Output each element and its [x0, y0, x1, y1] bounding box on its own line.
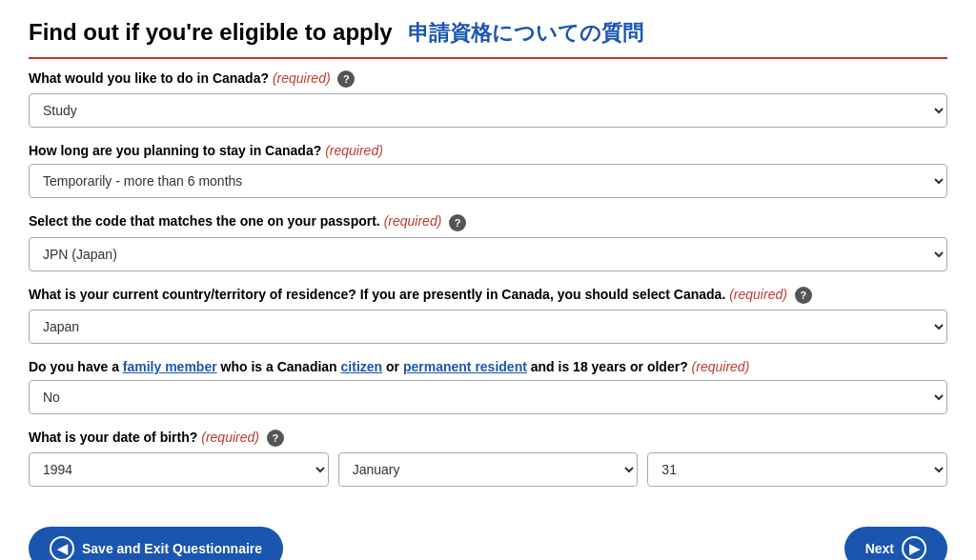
question-3: Select the code that matches the one on … — [29, 213, 947, 270]
citizen-link[interactable]: citizen — [341, 359, 383, 374]
page-container: Find out if you're eligible to apply 申請資… — [0, 0, 976, 560]
q1-select[interactable]: Study Work Visit Other — [29, 93, 947, 128]
q1-label: What would you like to do in Canada? (re… — [29, 70, 947, 88]
page-title: Find out if you're eligible to apply 申請資… — [29, 19, 947, 59]
q3-help-icon[interactable]: ? — [449, 214, 466, 231]
main-content: Find out if you're eligible to apply 申請資… — [0, 0, 976, 511]
q3-label: Select the code that matches the one on … — [29, 213, 947, 230]
title-text: Find out if you're eligible to apply — [29, 19, 393, 45]
question-1: What would you like to do in Canada? (re… — [29, 70, 947, 128]
question-4: What is your current country/territory o… — [29, 287, 947, 344]
question-2: How long are you planning to stay in Can… — [29, 143, 947, 198]
q6-label: What is your date of birth? (required) ? — [29, 430, 947, 447]
q2-required: (required) — [325, 143, 383, 158]
q4-select[interactable]: Japan Canada United States United Kingdo… — [29, 310, 947, 344]
question-6: What is your date of birth? (required) ?… — [29, 430, 947, 487]
dob-row: 1990199119921993 199419951996 1997199819… — [29, 452, 947, 487]
q1-help-icon[interactable]: ? — [337, 70, 355, 88]
japanese-subtitle: 申請資格についての質問 — [408, 21, 643, 45]
q3-select[interactable]: JPN (Japan) USA (United States) GBR (Uni… — [29, 237, 947, 271]
q5-required: (required) — [692, 359, 750, 374]
dob-day-select[interactable]: 1234 5678 9101112 13141516 17181920 2122… — [647, 452, 947, 487]
dob-year-select[interactable]: 1990199119921993 199419951996 1997199819… — [29, 452, 329, 487]
q6-help-icon[interactable]: ? — [267, 430, 284, 447]
q1-required: (required) — [273, 70, 331, 86]
q3-required: (required) — [384, 213, 442, 229]
save-icon: ◀ — [50, 536, 74, 560]
family-member-link[interactable]: family member — [123, 359, 217, 374]
q4-required: (required) — [729, 287, 787, 302]
save-exit-button[interactable]: ◀ Save and Exit Questionnaire — [29, 527, 283, 560]
q6-required: (required) — [201, 430, 259, 445]
permanent-resident-link[interactable]: permanent resident — [403, 359, 527, 374]
next-icon: ▶ — [902, 536, 926, 560]
q2-select[interactable]: Temporarily - more than 6 months Tempora… — [29, 164, 947, 198]
footer-buttons: ◀ Save and Exit Questionnaire Next ▶ — [0, 511, 976, 560]
question-5: Do you have a family member who is a Can… — [29, 359, 947, 414]
next-button[interactable]: Next ▶ — [844, 527, 947, 560]
q4-help-icon[interactable]: ? — [795, 287, 812, 304]
q4-label: What is your current country/territory o… — [29, 287, 947, 304]
dob-month-select[interactable]: JanuaryFebruaryMarch AprilMayJune JulyAu… — [338, 452, 639, 487]
q5-label: Do you have a family member who is a Can… — [29, 359, 947, 374]
q5-select[interactable]: No Yes — [29, 380, 947, 414]
q2-label: How long are you planning to stay in Can… — [29, 143, 947, 158]
